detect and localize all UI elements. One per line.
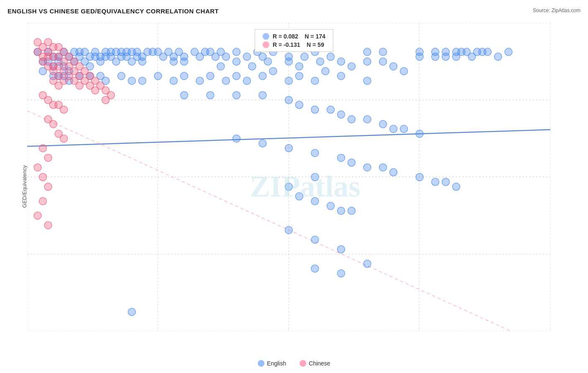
svg-point-126 [118, 72, 125, 80]
svg-point-93 [327, 53, 335, 61]
svg-point-182 [311, 265, 319, 272]
svg-point-155 [390, 125, 397, 133]
svg-point-94 [337, 58, 345, 65]
bottom-chinese-dot [299, 360, 306, 367]
svg-point-88 [296, 63, 303, 70]
svg-point-68 [180, 58, 188, 65]
svg-point-169 [442, 178, 450, 186]
svg-point-132 [196, 77, 204, 84]
chart-area: 100.0% 87.5% 75.0% 62.5% 0.0% 100.0% [27, 23, 550, 331]
svg-point-164 [363, 164, 371, 171]
svg-point-226 [107, 92, 115, 99]
svg-point-78 [233, 58, 240, 65]
english-legend-dot [263, 33, 269, 40]
svg-point-131 [180, 72, 188, 80]
svg-point-235 [60, 135, 68, 142]
svg-point-157 [416, 130, 423, 138]
svg-point-152 [348, 115, 355, 123]
svg-point-129 [154, 72, 162, 80]
svg-point-238 [34, 164, 41, 171]
svg-point-130 [170, 77, 177, 84]
svg-point-181 [337, 245, 345, 253]
svg-point-99 [379, 58, 387, 65]
svg-point-141 [337, 72, 345, 80]
svg-point-240 [44, 183, 52, 191]
svg-point-177 [311, 174, 319, 181]
legend-english-row: R = 0.082 N = 174 [263, 33, 325, 40]
svg-point-100 [390, 63, 397, 70]
svg-point-174 [327, 202, 335, 210]
svg-point-158 [233, 135, 240, 142]
svg-point-239 [39, 174, 47, 181]
svg-point-83 [264, 58, 271, 65]
svg-point-136 [243, 77, 251, 84]
svg-point-145 [233, 92, 240, 99]
svg-point-89 [301, 53, 308, 61]
svg-point-160 [285, 144, 293, 152]
svg-point-184 [363, 260, 371, 268]
svg-point-98 [379, 48, 387, 56]
svg-point-242 [34, 212, 41, 220]
svg-point-101 [400, 67, 408, 75]
bottom-english-label: English [267, 360, 286, 367]
svg-point-151 [337, 111, 345, 118]
svg-point-80 [248, 63, 256, 70]
svg-point-170 [453, 183, 460, 191]
english-r-value: R = 0.082 N = 174 [273, 33, 325, 40]
svg-point-163 [348, 159, 355, 166]
svg-point-138 [285, 77, 293, 84]
svg-point-161 [311, 149, 319, 157]
svg-point-156 [400, 125, 408, 133]
svg-point-175 [337, 207, 345, 215]
svg-point-146 [259, 92, 266, 99]
bottom-legend-english: English [258, 360, 286, 367]
svg-point-236 [39, 144, 47, 152]
chinese-legend-dot [263, 41, 269, 48]
svg-point-135 [233, 72, 240, 80]
svg-point-115 [484, 48, 491, 56]
bottom-legend: English Chinese [258, 360, 330, 367]
svg-point-179 [285, 226, 293, 234]
chart-title: ENGLISH VS CHINESE GED/EQUIVALENCY CORRE… [8, 8, 219, 15]
chinese-r-value: R = -0.131 N = 59 [273, 41, 324, 48]
svg-point-147 [285, 96, 293, 104]
svg-point-128 [138, 77, 146, 84]
svg-point-148 [296, 101, 303, 109]
svg-point-58 [138, 58, 146, 65]
chinese-dots [34, 38, 115, 229]
svg-point-143 [180, 92, 188, 99]
svg-point-91 [317, 58, 324, 65]
svg-point-180 [311, 236, 319, 243]
svg-point-142 [363, 77, 371, 84]
svg-point-168 [432, 178, 439, 186]
svg-point-173 [311, 197, 319, 205]
svg-point-133 [207, 72, 214, 80]
svg-point-96 [363, 48, 371, 56]
svg-point-150 [327, 106, 335, 113]
svg-point-77 [233, 48, 240, 56]
svg-point-237 [44, 154, 52, 161]
svg-point-137 [259, 72, 266, 80]
svg-point-178 [128, 308, 135, 316]
svg-point-144 [207, 92, 214, 99]
svg-point-241 [39, 197, 47, 205]
svg-point-79 [243, 53, 251, 61]
svg-point-134 [222, 77, 230, 84]
legend-chinese-row: R = -0.131 N = 59 [263, 41, 325, 48]
svg-point-167 [416, 174, 423, 181]
bottom-legend-chinese: Chinese [299, 360, 330, 367]
svg-point-154 [379, 120, 387, 128]
svg-point-233 [50, 120, 57, 128]
bottom-english-dot [258, 360, 264, 367]
svg-point-105 [432, 53, 439, 61]
svg-point-103 [416, 53, 423, 61]
svg-point-171 [285, 183, 293, 191]
svg-point-76 [222, 53, 230, 61]
svg-point-176 [348, 207, 355, 215]
svg-point-97 [363, 58, 371, 65]
svg-point-140 [311, 77, 319, 84]
legend-box: R = 0.082 N = 174 R = -0.131 N = 59 [255, 29, 333, 52]
svg-point-162 [337, 154, 345, 161]
svg-point-243 [44, 222, 52, 229]
chart-container: ENGLISH VS CHINESE GED/EQUIVALENCY CORRE… [0, 0, 588, 373]
